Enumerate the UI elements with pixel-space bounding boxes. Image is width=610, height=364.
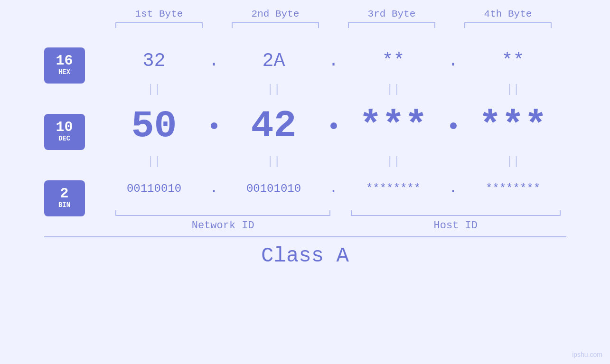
dec-badge: 10 DEC bbox=[44, 114, 85, 150]
hex-b1-value: 32 bbox=[142, 50, 165, 72]
dec-dot1 bbox=[211, 122, 217, 129]
bin-b2-value: 00101010 bbox=[246, 182, 301, 195]
bin-label: BIN bbox=[58, 201, 70, 210]
hex-b3-cell: ** bbox=[340, 50, 447, 72]
bin-b3-cell: ******** bbox=[340, 182, 447, 195]
dec-b2-cell: 42 bbox=[221, 104, 327, 148]
bin-badge: 2 BIN bbox=[44, 180, 85, 216]
host-bracket: Host ID bbox=[345, 210, 566, 232]
header-byte1: 1st Byte bbox=[101, 9, 217, 39]
headers-row: 1st Byte 2nd Byte 3rd Byte 4th Byte bbox=[101, 9, 566, 39]
bin-b4-cell: ******** bbox=[460, 182, 566, 195]
hex-b2-cell: 2A bbox=[221, 50, 327, 72]
dec-b1-value: 50 bbox=[131, 104, 177, 148]
bin-sep3: . bbox=[447, 180, 460, 196]
hex-b4-value: ** bbox=[501, 50, 524, 72]
network-bracket-line bbox=[115, 210, 330, 216]
bin-b1-value: 00110010 bbox=[127, 182, 181, 195]
bracket-top-2 bbox=[232, 22, 319, 28]
page-container: 16 HEX 10 DEC 2 BIN bbox=[0, 0, 610, 364]
header-byte1-text: 1st Byte bbox=[135, 9, 183, 19]
hex-label: HEX bbox=[58, 68, 70, 77]
bin-b4-value: ******** bbox=[486, 182, 540, 195]
dec-sep1 bbox=[207, 122, 221, 129]
bracket-top-4 bbox=[464, 22, 552, 28]
hex-data-row: 32 . 2A . ** . ** bbox=[101, 39, 566, 82]
hex-dot1: . bbox=[209, 51, 219, 71]
bin-number: 2 bbox=[60, 187, 68, 201]
bin-b3-value: ******** bbox=[366, 182, 421, 195]
network-id-label: Network ID bbox=[192, 220, 254, 232]
class-section: Class A bbox=[44, 236, 566, 268]
eq1-b4: || bbox=[460, 84, 566, 95]
bin-dot1: . bbox=[209, 180, 218, 196]
hex-number: 16 bbox=[56, 54, 73, 68]
dec-b4-cell: *** bbox=[460, 104, 566, 148]
dec-label: DEC bbox=[58, 134, 70, 144]
eq2-b3-text: || bbox=[386, 156, 400, 168]
hex-sep2: . bbox=[327, 51, 340, 71]
eq1-b2: || bbox=[221, 84, 327, 95]
bin-b2-cell: 00101010 bbox=[221, 182, 327, 195]
class-label: Class A bbox=[261, 244, 349, 268]
hex-sep3: . bbox=[447, 51, 460, 71]
dec-b3-value: *** bbox=[359, 104, 427, 148]
badges-column: 16 HEX 10 DEC 2 BIN bbox=[44, 9, 101, 232]
header-byte4: 4th Byte bbox=[450, 9, 566, 39]
dec-sep3 bbox=[447, 122, 460, 129]
dec-number: 10 bbox=[56, 120, 73, 134]
header-byte3-text: 3rd Byte bbox=[368, 9, 416, 19]
dec-data-row: 50 42 *** *** bbox=[101, 97, 566, 154]
bin-b1-cell: 00110010 bbox=[101, 182, 207, 195]
header-byte2-text: 2nd Byte bbox=[252, 9, 300, 19]
bin-data-row: 00110010 . 00101010 . ******** . bbox=[101, 169, 566, 207]
top-section: 16 HEX 10 DEC 2 BIN bbox=[44, 0, 566, 232]
bracket-top-3 bbox=[348, 22, 435, 28]
dec-dot2 bbox=[330, 122, 337, 129]
hex-b3-value: ** bbox=[382, 50, 404, 72]
eq1-b1: || bbox=[101, 84, 207, 95]
dec-dot3 bbox=[450, 122, 457, 129]
dec-sep2 bbox=[327, 122, 340, 129]
bin-sep1: . bbox=[207, 180, 221, 196]
eq1-b1-text: || bbox=[147, 84, 161, 95]
eq2-b4-text: || bbox=[506, 156, 520, 168]
hex-badge-wrapper: 16 HEX bbox=[44, 37, 101, 94]
dec-b1-cell: 50 bbox=[101, 104, 207, 148]
eq1-b2-text: || bbox=[267, 84, 281, 95]
dec-b3-cell: *** bbox=[340, 104, 447, 148]
eq2-b3: || bbox=[340, 156, 447, 168]
hex-dot2: . bbox=[328, 51, 339, 71]
eq1-b4-text: || bbox=[506, 84, 520, 95]
hex-sep1: . bbox=[207, 51, 221, 71]
bin-dot2: . bbox=[329, 180, 338, 196]
header-byte3: 3rd Byte bbox=[334, 9, 450, 39]
eq2-b4: || bbox=[460, 156, 566, 168]
eq2-b1-text: || bbox=[147, 156, 161, 168]
watermark: ipshu.com bbox=[572, 351, 602, 358]
eq2-b1: || bbox=[101, 156, 207, 168]
bin-badge-wrapper: 2 BIN bbox=[44, 170, 101, 227]
header-byte4-text: 4th Byte bbox=[484, 9, 532, 19]
bin-sep2: . bbox=[327, 180, 340, 196]
dec-b4-value: *** bbox=[479, 104, 547, 148]
eq1-b3-text: || bbox=[386, 84, 400, 95]
eq2-b2-text: || bbox=[267, 156, 281, 168]
equals-row-1: || || || || bbox=[101, 82, 566, 97]
hex-b4-cell: ** bbox=[460, 50, 566, 72]
header-byte2: 2nd Byte bbox=[217, 9, 334, 39]
dec-badge-wrapper: 10 DEC bbox=[44, 103, 101, 160]
hex-dot3: . bbox=[448, 51, 459, 71]
eq2-b2: || bbox=[221, 156, 327, 168]
equals-row-2: || || || || bbox=[101, 154, 566, 169]
bin-dot3: . bbox=[449, 180, 457, 196]
hex-b2-value: 2A bbox=[262, 50, 285, 72]
eq1-b3: || bbox=[340, 84, 447, 95]
dec-b2-value: 42 bbox=[251, 104, 296, 148]
right-content: 1st Byte 2nd Byte 3rd Byte 4th Byte bbox=[101, 9, 566, 232]
bracket-top-1 bbox=[115, 22, 203, 28]
host-id-label: Host ID bbox=[434, 220, 478, 232]
host-bracket-line bbox=[351, 210, 561, 216]
network-bracket: Network ID bbox=[101, 210, 346, 232]
brackets-bottom: Network ID Host ID bbox=[101, 210, 566, 232]
